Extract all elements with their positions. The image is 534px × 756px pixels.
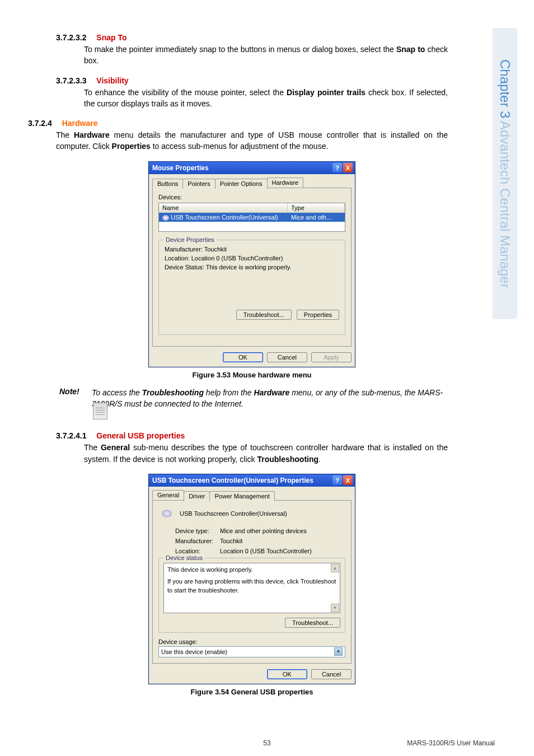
info-row: Location:Location 0 (USB TouchController… bbox=[158, 548, 345, 554]
device-properties-legend: Device Properties bbox=[163, 236, 217, 243]
note-label: Note! bbox=[59, 387, 92, 410]
tab-power-management[interactable]: Power Management bbox=[209, 491, 274, 501]
mouse-device-icon bbox=[158, 506, 175, 521]
scroll-down-icon[interactable]: ▼ bbox=[331, 604, 339, 612]
note-block: Note! To access the Troubleshooting help… bbox=[59, 387, 448, 410]
section-body: The General sub-menu describes the type … bbox=[84, 442, 448, 465]
section-number: 3.7.2.3.2 bbox=[56, 33, 87, 42]
figure-caption: Figure 3.53 Mouse hardware menu bbox=[56, 371, 448, 379]
section-number: 3.7.2.3.3 bbox=[56, 76, 87, 85]
help-icon[interactable]: ? bbox=[332, 163, 342, 172]
figure-caption: Figure 3.54 General USB properties bbox=[56, 688, 448, 696]
chapter-suffix: Advantech Central Manager bbox=[498, 121, 513, 288]
device-usage-label: Device usage: bbox=[158, 638, 345, 645]
tab-hardware[interactable]: Hardware bbox=[267, 178, 304, 188]
section-title: General USB properties bbox=[96, 431, 185, 440]
footer-manual-title: MARS-3100R/S User Manual bbox=[407, 739, 495, 747]
device-status-textbox[interactable]: This device is working properly. If you … bbox=[163, 563, 340, 613]
page-number: 53 bbox=[263, 739, 270, 747]
usb-properties-dialog: USB Touchscreen Controller(Universal) Pr… bbox=[148, 474, 355, 684]
close-icon[interactable]: X bbox=[343, 475, 353, 485]
troubleshoot-button[interactable]: Troubleshoot... bbox=[285, 618, 340, 628]
device-list[interactable]: Name Type USB Touchscreen Controller(Uni… bbox=[158, 203, 345, 232]
section-body: To enhance the visibility of the mouse p… bbox=[84, 87, 448, 110]
tab-pointer-options[interactable]: Pointer Options bbox=[215, 179, 268, 189]
info-row: Device type:Mice and other pointing devi… bbox=[158, 528, 345, 534]
side-chapter-tab: Chapter 3 Advantech Central Manager bbox=[493, 28, 517, 319]
dialog-titlebar[interactable]: USB Touchscreen Controller(Universal) Pr… bbox=[149, 474, 355, 487]
section-body: To make the pointer immediately snap to … bbox=[84, 44, 448, 67]
mouse-properties-dialog: Mouse Properties ? X Buttons Pointers Po… bbox=[148, 161, 355, 367]
section-title: Hardware bbox=[62, 119, 98, 128]
mouse-icon bbox=[162, 215, 169, 221]
tab-general[interactable]: General bbox=[152, 490, 184, 500]
apply-button: Apply bbox=[311, 352, 352, 362]
column-name[interactable]: Name bbox=[159, 203, 288, 212]
section-title: Snap To bbox=[96, 33, 127, 42]
scroll-up-icon[interactable]: ▲ bbox=[331, 564, 339, 572]
section-title: Visibility bbox=[96, 76, 128, 85]
dialog-title: Mouse Properties bbox=[151, 164, 331, 172]
ok-button[interactable]: OK bbox=[223, 352, 263, 362]
status-line: Device Status: This device is working pr… bbox=[165, 264, 339, 270]
close-icon[interactable]: X bbox=[343, 163, 353, 172]
troubleshoot-button[interactable]: Troubleshoot... bbox=[236, 310, 292, 320]
section-number: 3.7.2.4.1 bbox=[56, 431, 87, 440]
section-body: The Hardware menu details the manufactur… bbox=[56, 129, 448, 152]
device-list-row[interactable]: USB Touchscreen Controller(Universal) Mi… bbox=[159, 213, 345, 222]
cancel-button[interactable]: Cancel bbox=[311, 669, 352, 679]
section-number: 3.7.2.4 bbox=[28, 119, 52, 128]
tab-buttons[interactable]: Buttons bbox=[152, 179, 183, 189]
tab-pointers[interactable]: Pointers bbox=[182, 179, 215, 189]
device-status-legend: Device status bbox=[163, 554, 205, 561]
properties-button[interactable]: Properties bbox=[297, 310, 339, 320]
chapter-prefix: Chapter 3 bbox=[498, 59, 513, 118]
device-name: USB Touchscreen Controller(Universal) bbox=[180, 510, 287, 517]
note-document-icon bbox=[93, 403, 107, 419]
location-line: Location: Location 0 (USB TouchControlle… bbox=[165, 255, 339, 262]
manufacturer-line: Manufacturer: Touchkit bbox=[165, 246, 339, 253]
dialog-titlebar[interactable]: Mouse Properties ? X bbox=[149, 162, 355, 174]
dropdown-arrow-icon[interactable]: ▼ bbox=[334, 647, 343, 656]
info-row: Manufacturer:Touchkit bbox=[158, 538, 345, 544]
device-usage-select[interactable]: Use this device (enable) ▼ bbox=[158, 646, 345, 657]
help-icon[interactable]: ? bbox=[332, 475, 342, 485]
dialog-title: USB Touchscreen Controller(Universal) Pr… bbox=[151, 477, 331, 484]
ok-button[interactable]: OK bbox=[267, 669, 307, 679]
column-type[interactable]: Type bbox=[288, 203, 345, 212]
tab-driver[interactable]: Driver bbox=[184, 491, 210, 501]
cancel-button[interactable]: Cancel bbox=[267, 352, 307, 362]
devices-label: Devices: bbox=[158, 194, 345, 200]
